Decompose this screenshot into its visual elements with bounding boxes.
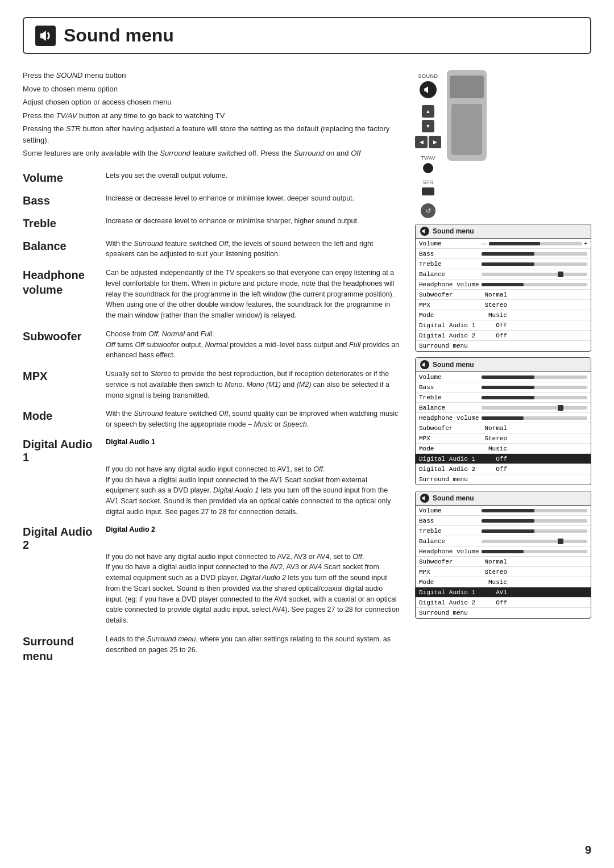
instructions-block: Press the SOUND menu button Move to chos… [23,70,401,159]
smr-label-volume-1: Volume [419,240,482,247]
feature-mpx: MPX Usually set to Stereo to provide the… [23,369,401,400]
smr-da1-1: Digital Audio 1 Off [416,320,591,331]
smr-mode-1: Mode Music [416,310,591,320]
smr-da2-3: Digital Audio 2 Off [416,598,591,608]
sound-menu-title-1: Sound menu [433,227,474,235]
tvav-label: TV/AV [421,155,435,161]
smr-da1-3: Digital Audio 1 AV1 [416,587,591,598]
sound-menu-header-3: Sound menu [416,491,591,506]
sound-menu-header-1: Sound menu [416,224,591,239]
feature-subwoofer: Subwoofer Choose from Off, Normal and Fu… [23,329,401,361]
feature-desc-volume: Lets you set the overall output volume. [106,170,401,181]
sound-menu-icon-2 [420,360,429,369]
instruction-6: Some features are only available with th… [23,148,401,159]
right-column: SOUND ▲ ▼ ◀ ▶ TV/AV STR ↺ [415,70,591,671]
feature-digital-audio-1: Digital Audio 1 Digital Audio 1 If you d… [23,438,401,518]
tvav-button[interactable] [423,163,433,173]
sound-menu-title-2: Sound menu [433,361,474,369]
remote-area: SOUND ▲ ▼ ◀ ▶ TV/AV STR ↺ [415,70,591,218]
feature-bass: Bass Increase or decrease level to enhan… [23,193,401,208]
feature-desc-treble: Increase or decrease level to enhance or… [106,216,401,227]
str-button[interactable] [422,187,434,195]
smr-balance-3: Balance [416,536,591,546]
instruction-2: Move to chosen menu option [23,84,401,95]
smr-da1-2: Digital Audio 1 Off [416,454,591,464]
feature-label-mpx: MPX [23,369,97,383]
nav-up-button[interactable]: ▲ [422,105,434,118]
sound-menu-title-3: Sound menu [433,494,474,502]
smr-treble-2: Treble [416,393,591,403]
feature-volume: Volume Lets you set the overall output v… [23,170,401,185]
feature-label-headphone: Headphone volume [23,268,97,297]
smr-balance-2: Balance [416,403,591,413]
remote-device-image [447,70,487,161]
feature-desc-headphone: Can be adjusted independantly of the TV … [106,268,401,321]
page-number: 9 [585,844,591,857]
remote-button-group: SOUND ▲ ▼ ◀ ▶ TV/AV STR ↺ [415,70,441,218]
feature-headphone: Headphone volume Can be adjusted indepen… [23,268,401,321]
smr-bass-2: Bass [416,382,591,393]
feature-desc-surround: Leads to the Surround menu, where you ca… [106,634,401,656]
feature-treble: Treble Increase or decrease level to enh… [23,216,401,231]
smr-bass-3: Bass [416,516,591,526]
feature-desc-mpx: Usually set to Stereo to provide the bes… [106,369,401,400]
feature-label-balance: Balance [23,239,97,253]
nav-right-button[interactable]: ▶ [429,136,441,148]
smr-da2-2: Digital Audio 2 Off [416,464,591,474]
feature-digital-audio-2: Digital Audio 2 Digital Audio 2 If you d… [23,525,401,626]
feature-desc-subwoofer: Choose from Off, Normal and Full.Off tur… [106,329,401,361]
remote-image [447,70,492,161]
str-label: STR [423,180,433,185]
feature-desc-bass: Increase or decrease level to enhance or… [106,193,401,204]
sound-menu-panel-3: Sound menu Volume Bass Treble [415,491,591,619]
feature-label-subwoofer: Subwoofer [23,329,97,344]
da1-label: Digital Audio 1 [23,438,97,464]
smr-surround-1: Surround menu [416,341,591,351]
sound-menu-header-2: Sound menu [416,358,591,372]
feature-desc-balance: With the Surround feature switched Off, … [106,239,401,260]
smr-bar-volume-1: — + [482,240,587,247]
smr-volume-1: Volume — + [416,239,591,249]
feature-label-surround: Surround menu [23,634,97,663]
smr-subwoofer-2: Subwoofer Normal [416,423,591,433]
nav-down-button[interactable]: ▼ [422,120,434,132]
sound-button[interactable] [420,81,437,98]
smr-mode-3: Mode Music [416,577,591,587]
feature-mode: Mode With the Surround feature switched … [23,408,401,430]
feature-surround-menu: Surround menu Leads to the Surround menu… [23,634,401,663]
smr-subwoofer-1: Subwoofer Normal [416,290,591,300]
da2-body: If you do not have any digital audio inp… [106,552,401,626]
da2-label: Digital Audio 2 [23,525,97,552]
da2-header-row: Digital Audio 2 Digital Audio 2 [23,525,401,552]
smr-headphone-1: Headphone volume [416,279,591,290]
left-column: Press the SOUND menu button Move to chos… [23,70,401,671]
nav-left-button[interactable]: ◀ [415,136,428,148]
smr-treble-3: Treble [416,526,591,536]
smr-surround-3: Surround menu [416,608,591,618]
da1-body: If you do not have any digital audio inp… [106,464,401,518]
feature-label-mode: Mode [23,408,97,423]
smr-headphone-3: Headphone volume [416,546,591,557]
feature-desc-mode: With the Surround feature switched Off, … [106,408,401,430]
smr-mode-2: Mode Music [416,444,591,454]
sound-label: SOUND [418,73,438,79]
page-header: Sound menu [23,17,591,54]
smr-bass-1: Bass [416,249,591,259]
smr-volume-2: Volume [416,372,591,382]
instruction-5: Pressing the STR button after having adj… [23,123,401,145]
sound-menu-icon-1 [420,227,429,236]
repeat-button[interactable]: ↺ [421,203,435,218]
smr-mpx-1: MPX Stereo [416,300,591,310]
main-layout: Press the SOUND menu button Move to chos… [23,70,591,671]
smr-balance-1: Balance [416,269,591,279]
sound-menu-icon-3 [420,494,429,503]
page-title: Sound menu [64,25,174,46]
smr-surround-2: Surround menu [416,474,591,485]
smr-treble-1: Treble [416,259,591,269]
da2-subtitle: Digital Audio 2 [106,525,401,533]
smr-da2-1: Digital Audio 2 Off [416,331,591,341]
smr-mpx-2: MPX Stereo [416,433,591,444]
da1-subtitle: Digital Audio 1 [106,438,401,446]
da1-header-row: Digital Audio 1 Digital Audio 1 [23,438,401,464]
sound-header-icon [35,26,56,46]
